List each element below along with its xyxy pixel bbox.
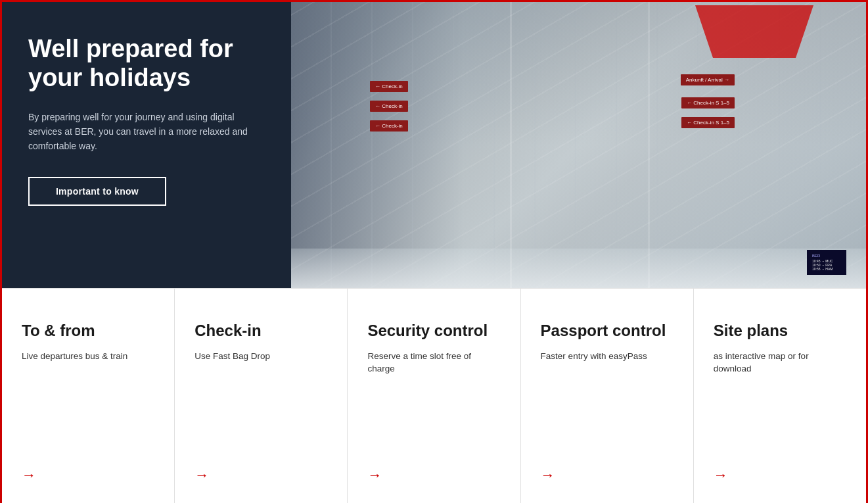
sign-checkin-3: ← Check-in	[370, 120, 408, 132]
glass-overlay	[291, 2, 866, 288]
card-to-from-subtitle: Live departures bus & train	[22, 350, 154, 363]
card-security-control-subtitle: Reserve a time slot free of charge	[367, 350, 500, 375]
card-security-control-title: Security control	[367, 322, 500, 341]
sign-checkin-5: ← Check-in S 1–5	[681, 117, 735, 128]
card-security-control-arrow[interactable]	[367, 467, 386, 485]
card-check-in-arrow[interactable]	[194, 467, 213, 485]
sign-arrival: Ankunft / Arrival →	[681, 74, 735, 85]
card-to-from-arrow[interactable]	[22, 467, 40, 485]
hero-title: Well prepared for your holidays	[28, 35, 265, 92]
cards-section: To & from Live departures bus & train Ch…	[2, 288, 866, 503]
important-to-know-button[interactable]: Important to know	[28, 177, 166, 206]
card-passport-control-title: Passport control	[541, 322, 674, 341]
card-site-plans-title: Site plans	[714, 322, 846, 341]
sign-checkin-1: ← Check-in	[370, 81, 408, 92]
pillar-2	[648, 2, 650, 288]
ber-departure-screen: BER 10:45 → MUC 10:50 → FRA 10:55 → HAM	[807, 250, 846, 275]
card-site-plans-subtitle: as interactive map or for download	[714, 350, 846, 375]
hero-description: By preparing well for your journey and u…	[28, 110, 265, 153]
card-passport-control: Passport control Faster entry with easyP…	[521, 289, 694, 503]
card-site-plans-arrow[interactable]	[714, 467, 732, 485]
sign-checkin-4: ← Check-in S 1–5	[681, 97, 735, 108]
card-check-in-title: Check-in	[194, 322, 327, 341]
hero-section: Well prepared for your holidays By prepa…	[2, 2, 866, 288]
card-check-in-subtitle: Use Fast Bag Drop	[194, 350, 327, 363]
card-security-control: Security control Reserve a time slot fre…	[348, 289, 520, 503]
card-to-from-title: To & from	[22, 322, 154, 341]
sign-checkin-2: ← Check-in	[370, 101, 408, 112]
hero-image: ← Check-in ← Check-in ← Check-in Ankunft…	[291, 2, 866, 288]
card-passport-control-subtitle: Faster entry with easyPass	[541, 350, 674, 363]
card-to-from: To & from Live departures bus & train	[2, 289, 175, 503]
card-passport-control-arrow[interactable]	[541, 467, 559, 485]
card-check-in: Check-in Use Fast Bag Drop	[175, 289, 348, 503]
floor-perspective	[291, 249, 866, 288]
pillar-1	[510, 2, 512, 288]
hero-text-panel: Well prepared for your holidays By prepa…	[2, 2, 291, 288]
card-site-plans: Site plans as interactive map or for dow…	[694, 289, 866, 503]
